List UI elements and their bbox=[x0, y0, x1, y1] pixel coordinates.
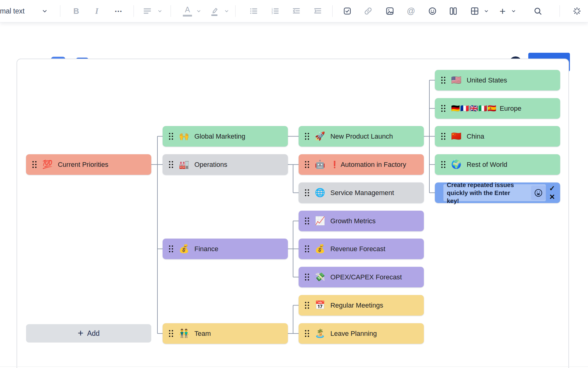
node-label: Rest of World bbox=[467, 161, 507, 169]
bold-button[interactable]: B bbox=[70, 5, 82, 17]
node-rest-of-world[interactable]: 🌍 Rest of World bbox=[435, 154, 560, 175]
confirm-button[interactable]: ✓ bbox=[549, 185, 555, 192]
drag-handle-icon[interactable] bbox=[304, 132, 310, 140]
text-color-button[interactable]: A bbox=[181, 5, 194, 17]
node-team[interactable]: 👬 Team bbox=[163, 323, 288, 344]
table-chevron-down-icon[interactable] bbox=[480, 5, 492, 17]
node-europe[interactable]: 🇩🇪🇫🇷🇬🇧🇮🇹🇪🇸 Europe bbox=[435, 98, 560, 119]
add-label: Add bbox=[87, 329, 100, 338]
node-growth-metrics[interactable]: 📈 Growth Metrics bbox=[299, 211, 424, 231]
node-service-management[interactable]: 🌐 Service Management bbox=[299, 182, 424, 203]
toolbar-divider bbox=[134, 5, 134, 17]
emoji-picker-button[interactable] bbox=[531, 186, 546, 200]
node-global-marketing[interactable]: 🙌 Global Marketing bbox=[163, 126, 288, 147]
drag-handle-icon[interactable] bbox=[440, 76, 446, 84]
text-color-glyph: A bbox=[185, 5, 190, 14]
drag-handle-icon[interactable] bbox=[168, 245, 174, 253]
node-label: Leave Planning bbox=[330, 330, 377, 338]
hundred-points-icon: 💯 bbox=[42, 160, 53, 169]
drag-handle-icon[interactable] bbox=[304, 273, 310, 281]
indent-icon[interactable] bbox=[312, 5, 324, 17]
node-current-priorities[interactable]: 💯 Current Priorities bbox=[26, 154, 151, 175]
node-editing[interactable]: Create repeated issues quickly with the … bbox=[435, 182, 560, 203]
numbered-list-icon[interactable]: 123 bbox=[269, 5, 281, 17]
text-color-chevron-down-icon[interactable] bbox=[193, 5, 205, 17]
node-label: Europe bbox=[500, 105, 522, 113]
drag-handle-icon[interactable] bbox=[304, 189, 310, 197]
node-china[interactable]: 🇨🇳 China bbox=[435, 126, 560, 147]
drag-handle-icon[interactable] bbox=[304, 245, 310, 253]
money-with-wings-icon: 💸 bbox=[315, 273, 325, 281]
toolbar-divider bbox=[332, 5, 333, 17]
drag-handle-icon[interactable] bbox=[304, 217, 310, 225]
drag-handle-icon[interactable] bbox=[440, 160, 446, 169]
highlight-chevron-down-icon[interactable] bbox=[221, 5, 233, 17]
node-operations[interactable]: 🏭 Operations bbox=[163, 154, 288, 175]
node-label: Global Marketing bbox=[194, 132, 245, 140]
node-leave-planning[interactable]: 🏝️ Leave Planning bbox=[299, 323, 424, 344]
drag-handle-icon[interactable] bbox=[440, 104, 446, 113]
emoji-icon[interactable] bbox=[426, 5, 439, 17]
italic-button[interactable]: I bbox=[91, 5, 103, 17]
drag-handle-icon[interactable] bbox=[440, 132, 446, 140]
text-style-chevron-down-icon[interactable] bbox=[39, 5, 51, 17]
drag-handle-icon[interactable] bbox=[304, 160, 310, 169]
text-style-selector[interactable]: rmal text bbox=[0, 0, 24, 22]
chart-increasing-icon: 📈 bbox=[315, 217, 325, 225]
toolbar-divider bbox=[560, 5, 560, 17]
collapse-icon[interactable] bbox=[571, 5, 583, 17]
node-regular-meetings[interactable]: 📅 Regular Meetings bbox=[299, 295, 424, 316]
svg-text:3: 3 bbox=[271, 12, 273, 15]
china-flag-icon: 🇨🇳 bbox=[451, 132, 462, 140]
node-label: Growth Metrics bbox=[330, 217, 376, 225]
link-icon[interactable] bbox=[362, 5, 374, 17]
node-label: OPEX/CAPEX Forecast bbox=[330, 273, 402, 281]
drag-handle-icon[interactable] bbox=[168, 132, 174, 140]
add-node-button[interactable]: + Add bbox=[26, 324, 151, 343]
mindmap-canvas: 💯 Current Priorities 🙌 Global Marketing … bbox=[17, 59, 569, 368]
text-color-bar bbox=[183, 15, 192, 17]
more-formatting-button[interactable]: ••• bbox=[113, 5, 125, 17]
outdent-icon[interactable] bbox=[290, 5, 302, 17]
node-label: Automation in Factory bbox=[341, 161, 406, 169]
insert-plus-icon[interactable]: + bbox=[496, 5, 509, 17]
node-united-states[interactable]: 🇺🇸 United States bbox=[435, 70, 560, 90]
factory-icon: 🏭 bbox=[179, 160, 189, 169]
search-icon[interactable] bbox=[532, 5, 544, 17]
image-icon[interactable] bbox=[384, 5, 396, 17]
layout-columns-icon[interactable] bbox=[447, 5, 459, 17]
node-automation-in-factory[interactable]: 🤖 ❗ Automation in Factory bbox=[299, 154, 424, 175]
drag-handle-icon[interactable] bbox=[304, 301, 310, 309]
task-checkbox-icon[interactable] bbox=[341, 5, 353, 17]
table-icon[interactable] bbox=[469, 5, 481, 17]
edit-actions: ✓ ✕ bbox=[546, 185, 558, 201]
calendar-icon: 📅 bbox=[315, 301, 325, 309]
node-label: Operations bbox=[194, 161, 228, 169]
drag-handle-icon[interactable] bbox=[168, 329, 174, 338]
cancel-button[interactable]: ✕ bbox=[549, 193, 555, 201]
drag-handle-icon[interactable] bbox=[304, 329, 310, 338]
plus-icon: + bbox=[78, 328, 84, 338]
bullet-list-icon[interactable] bbox=[247, 5, 260, 17]
money-bag-icon: 💰 bbox=[315, 245, 325, 253]
node-label: United States bbox=[467, 76, 507, 84]
highlight-color-icon[interactable] bbox=[208, 5, 221, 17]
node-finance[interactable]: 💰 Finance bbox=[163, 239, 288, 259]
us-flag-icon: 🇺🇸 bbox=[451, 76, 462, 84]
drag-handle-icon[interactable] bbox=[32, 160, 37, 169]
node-opex-capex-forecast[interactable]: 💸 OPEX/CAPEX Forecast bbox=[299, 267, 424, 287]
node-text-input[interactable]: Create repeated issues quickly with the … bbox=[443, 184, 546, 201]
node-revenue-forecast[interactable]: 💰 Revenue Forecast bbox=[299, 239, 424, 259]
text-align-chevron-down-icon[interactable] bbox=[154, 5, 166, 17]
mention-icon[interactable]: @ bbox=[405, 5, 417, 17]
exclamation-mark-icon: ❗ bbox=[330, 161, 339, 169]
insert-chevron-down-icon[interactable] bbox=[507, 5, 520, 17]
drag-handle-icon[interactable] bbox=[168, 160, 174, 169]
globe-meridians-icon: 🌐 bbox=[315, 189, 325, 197]
node-label: Service Management bbox=[330, 189, 394, 197]
raising-hands-icon: 🙌 bbox=[179, 132, 189, 140]
node-new-product-launch[interactable]: 🚀 New Product Launch bbox=[299, 126, 424, 147]
text-align-icon[interactable] bbox=[141, 5, 153, 17]
robot-icon: 🤖 bbox=[315, 160, 325, 169]
node-label: Finance bbox=[194, 245, 218, 253]
